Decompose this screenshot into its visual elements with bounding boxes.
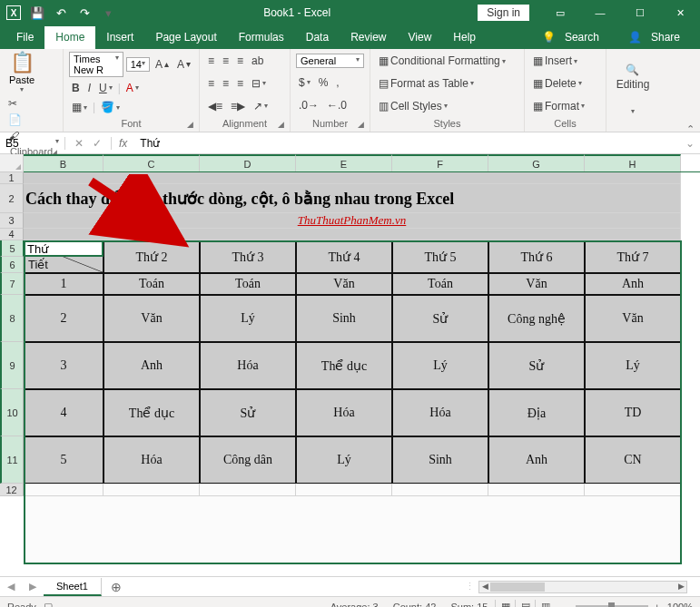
tab-help[interactable]: Help [442, 26, 487, 49]
column-header[interactable]: F [392, 154, 488, 171]
tab-formulas[interactable]: Formulas [228, 26, 295, 49]
font-size-select[interactable]: 14▾ [126, 57, 150, 72]
row-header[interactable]: 1 [0, 172, 24, 184]
font-color-button[interactable]: A▾ [123, 80, 142, 96]
tab-file[interactable]: File [5, 26, 44, 49]
merge-button[interactable]: ⊟▾ [249, 75, 269, 92]
cell[interactable]: Hóa [296, 389, 392, 436]
horizontal-scrollbar[interactable]: ◀ ▶ [478, 581, 687, 593]
copy-icon[interactable]: 📄 [5, 112, 24, 128]
add-sheet-icon[interactable]: ⊕ [102, 580, 131, 594]
cell[interactable] [585, 484, 681, 496]
normal-view-icon[interactable]: ▦ [495, 600, 515, 608]
page-layout-view-icon[interactable]: ▤ [515, 600, 535, 608]
percent-format-icon[interactable]: % [316, 74, 331, 91]
paste-button[interactable]: Paste [9, 74, 35, 85]
cell[interactable]: Thứ 6 [488, 240, 585, 273]
cell[interactable]: Thứ 3 [200, 240, 296, 273]
cell[interactable]: Văn [296, 273, 392, 295]
cell[interactable]: Toán [392, 273, 488, 295]
cell[interactable]: Cách thay đổi kích thước dòng, cột, ô bằ… [24, 184, 681, 213]
launcher-icon[interactable]: ◢ [278, 120, 284, 129]
row-header[interactable]: 7 [0, 273, 24, 295]
row-header[interactable]: 8 [0, 295, 24, 342]
row-header[interactable]: 5 [0, 240, 24, 257]
align-bottom-icon[interactable]: ≡ [234, 53, 246, 69]
sheet-nav-prev-icon[interactable]: ◀ [0, 581, 22, 592]
row-header[interactable]: 4 [0, 229, 24, 240]
cell[interactable]: Lý [200, 295, 296, 342]
fx-icon[interactable]: fx [112, 137, 134, 150]
cell[interactable] [392, 484, 488, 496]
cell[interactable]: Thứ 5 [392, 240, 488, 273]
cell[interactable]: Lý [392, 342, 488, 389]
cell[interactable]: Hóa [200, 342, 296, 389]
collapse-ribbon-icon[interactable]: ⌃ [686, 123, 695, 135]
align-top-icon[interactable]: ≡ [205, 53, 217, 69]
formula-input[interactable]: Thứ [134, 137, 680, 150]
tab-insert[interactable]: Insert [95, 26, 144, 49]
cell[interactable]: Sử [488, 342, 585, 389]
cell[interactable]: Thứ 4 [296, 240, 392, 273]
enter-formula-icon[interactable]: ✓ [93, 137, 102, 150]
cell[interactable]: Văn [104, 295, 200, 342]
cell[interactable] [24, 172, 681, 184]
paste-icon[interactable]: 📋 [10, 51, 35, 74]
zoom-in-icon[interactable]: + [654, 602, 659, 608]
launcher-icon[interactable]: ◢ [358, 120, 364, 129]
comma-format-icon[interactable]: , [333, 74, 341, 91]
format-as-table-button[interactable]: ▤ Format as Table▾ [376, 75, 477, 92]
close-icon[interactable]: ✕ [660, 0, 700, 25]
zoom-level[interactable]: 100% [667, 602, 693, 608]
borders-button[interactable]: ▦▾ [69, 99, 90, 115]
share-button[interactable]: 👤 Share [623, 24, 691, 51]
tab-page-layout[interactable]: Page Layout [144, 26, 227, 49]
redo-icon[interactable]: ↷ [76, 5, 93, 21]
cut-icon[interactable]: ✂ [5, 95, 24, 112]
format-cells-button[interactable]: ▦ Format ▾ [530, 98, 587, 114]
wrap-text-button[interactable]: ab [249, 53, 266, 69]
cell[interactable]: 2 [24, 295, 104, 342]
maximize-icon[interactable]: ☐ [620, 0, 660, 25]
cell[interactable] [24, 484, 104, 496]
cell[interactable] [104, 484, 200, 496]
launcher-icon[interactable]: ◢ [187, 120, 193, 129]
cell[interactable]: Anh [488, 436, 585, 484]
row-header[interactable]: 10 [0, 389, 24, 436]
cell[interactable]: Thứ 2 [104, 240, 200, 273]
tab-data[interactable]: Data [295, 26, 340, 49]
cell[interactable]: Hóa [104, 436, 200, 484]
cell[interactable]: Hóa [392, 389, 488, 436]
cell[interactable]: 5 [24, 436, 104, 484]
cell[interactable]: ThuThuatPhanMem.vn [24, 213, 681, 229]
delete-cells-button[interactable]: ▦ Delete ▾ [530, 75, 585, 92]
column-header[interactable]: H [585, 154, 681, 171]
cell[interactable] [488, 484, 585, 496]
tab-review[interactable]: Review [340, 26, 397, 49]
decrease-decimal-icon[interactable]: ←.0 [324, 97, 350, 113]
sheet-tab[interactable]: Sheet1 [44, 578, 102, 596]
macro-record-icon[interactable]: ▢ [44, 601, 53, 607]
select-all-button[interactable] [0, 154, 24, 172]
cell[interactable]: ThứTiết [24, 240, 104, 273]
cell[interactable]: Lý [585, 342, 681, 389]
column-header[interactable]: E [296, 154, 392, 171]
cell[interactable]: Sinh [392, 436, 488, 484]
cell[interactable]: Công dân [200, 436, 296, 484]
cell[interactable]: Địa [488, 389, 585, 436]
qat-customize-icon[interactable]: ▾ [100, 5, 116, 21]
cell[interactable]: Toán [200, 273, 296, 295]
align-right-icon[interactable]: ≡ [234, 75, 246, 92]
column-header[interactable]: G [488, 154, 585, 171]
number-format-select[interactable]: General▾ [296, 54, 364, 68]
accounting-format-icon[interactable]: $▾ [296, 74, 313, 91]
row-header[interactable]: 2 [0, 184, 24, 213]
fill-color-button[interactable]: 🪣▾ [98, 99, 123, 115]
increase-decimal-icon[interactable]: .0→ [296, 97, 321, 113]
cancel-formula-icon[interactable]: ✕ [74, 137, 84, 150]
underline-button[interactable]: U▾ [96, 80, 115, 96]
cell[interactable]: CN [585, 436, 681, 484]
decrease-indent-icon[interactable]: ◀≡ [205, 98, 225, 114]
insert-cells-button[interactable]: ▦ Insert ▾ [530, 53, 580, 69]
font-name-select[interactable]: Times New R▾ [69, 52, 123, 77]
